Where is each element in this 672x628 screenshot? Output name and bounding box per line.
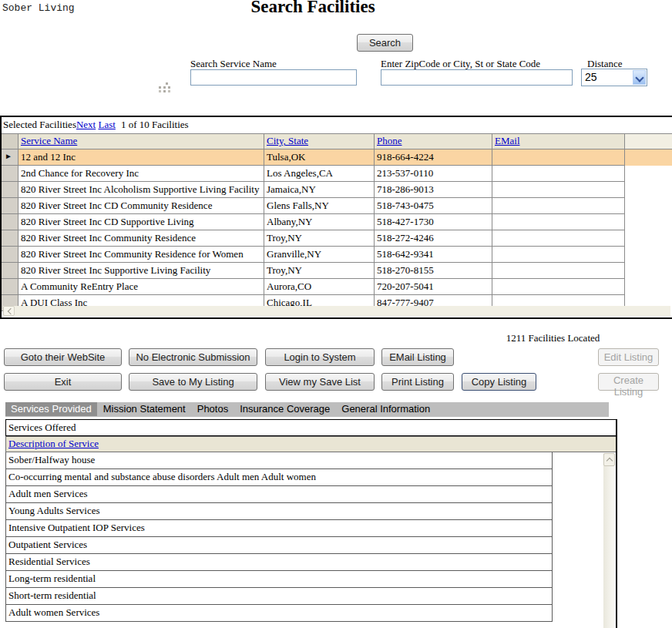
table-row[interactable]: 820 River Street Inc Supportive Living F… xyxy=(2,263,672,279)
cell-email xyxy=(492,149,625,166)
column-sort-link[interactable]: Phone xyxy=(377,135,402,146)
tab-photos[interactable]: Photos xyxy=(192,402,234,416)
tab-mission-statement[interactable]: Mission Statement xyxy=(98,402,191,416)
cell-email xyxy=(492,230,625,247)
grid-caption: Selected FacilitiesNext Last1 of 10 Faci… xyxy=(2,117,672,133)
cell-email xyxy=(492,182,625,198)
copy-listing-button[interactable]: Copy Listing xyxy=(462,373,536,391)
zipcode-input[interactable] xyxy=(381,69,573,86)
cell-filler xyxy=(625,230,672,247)
dropdown-button[interactable] xyxy=(633,70,646,85)
row-selector[interactable] xyxy=(2,166,18,182)
column-header-filler xyxy=(625,134,672,149)
list-item[interactable]: Co-occurring mental and substance abuse … xyxy=(5,469,553,486)
list-item[interactable]: Intensive Outpatient IOP Services xyxy=(5,520,553,537)
row-selector[interactable] xyxy=(2,198,18,214)
tab-general-information[interactable]: General Information xyxy=(336,402,435,416)
cell-city-state: Aurora,CO xyxy=(264,279,375,295)
list-item[interactable]: Adult women Services xyxy=(5,605,553,622)
column-sort-link[interactable]: City, State xyxy=(267,135,308,146)
cell-email xyxy=(492,263,625,279)
facilities-header-row: Service NameCity, StatePhoneEMail xyxy=(2,133,672,149)
cell-phone: 518-272-4246 xyxy=(375,230,492,247)
create-listing-button: Create Listing xyxy=(598,373,659,391)
cell-city-state: Troy,NY xyxy=(264,230,375,247)
cell-filler xyxy=(625,198,672,214)
scroll-up-button[interactable] xyxy=(603,453,615,466)
tab-services-provided[interactable]: Services Provided xyxy=(5,402,97,416)
email-listing-button[interactable]: EMail Listing xyxy=(381,348,454,366)
cell-city-state: Los Angeles,CA xyxy=(264,166,375,182)
cell-service-name: 820 River Street Inc Community Residence xyxy=(18,230,264,247)
table-row[interactable]: A Community ReEntry PlaceAurora,CO720-20… xyxy=(2,279,672,295)
table-row[interactable]: 820 River Street Inc Community Residence… xyxy=(2,230,672,247)
print-listing-button[interactable]: Print Listing xyxy=(381,373,454,391)
list-item[interactable]: Sober/Halfway house xyxy=(5,452,553,469)
distance-selected-value: 25 xyxy=(585,71,597,83)
record-position: 1 of 10 Facilities xyxy=(121,119,189,130)
goto-their-website-button[interactable]: Goto their WebSite xyxy=(4,348,122,366)
cell-filler xyxy=(625,279,672,295)
list-item[interactable]: Short-term residential xyxy=(5,588,553,605)
column-sort-link[interactable]: Service Name xyxy=(21,135,77,146)
table-row[interactable]: 820 River Street Inc CD Supportive Livin… xyxy=(2,214,672,230)
table-row[interactable]: ►12 and 12 IncTulsa,OK918-664-4224 xyxy=(2,149,672,166)
table-row[interactable]: 820 River Street Inc CD Community Reside… xyxy=(2,198,672,214)
column-header-phone: Phone xyxy=(375,134,492,149)
column-header-city-state: City, State xyxy=(264,134,375,149)
cell-phone: 518-642-9341 xyxy=(375,247,492,263)
cell-phone: 518-270-8155 xyxy=(375,263,492,279)
cell-filler xyxy=(625,263,672,279)
next-link[interactable]: Next xyxy=(76,119,96,130)
no-electronic-submission-button[interactable]: No Electronic Submission xyxy=(129,348,257,366)
scroll-left-button[interactable] xyxy=(3,306,15,316)
service-name-label: Search Service Name xyxy=(190,58,277,70)
exit-button[interactable]: Exit xyxy=(4,373,122,391)
service-name-input[interactable] xyxy=(190,69,357,86)
column-header-service-name: Service Name xyxy=(18,134,264,149)
last-link[interactable]: Last xyxy=(98,119,115,130)
row-selector[interactable] xyxy=(2,230,18,247)
horizontal-scrollbar[interactable] xyxy=(3,306,670,316)
caption-text: Selected Facilities xyxy=(3,119,76,130)
services-panel-title: Services Offered xyxy=(5,419,617,436)
drag-grip-icon[interactable] xyxy=(159,86,161,89)
cell-city-state: Troy,NY xyxy=(264,263,375,279)
vertical-scrollbar[interactable] xyxy=(603,453,615,628)
zipcode-label: Enter ZipCode or City, St or State Code xyxy=(381,58,540,70)
row-selector[interactable] xyxy=(2,279,18,295)
row-selector[interactable]: ► xyxy=(2,149,18,166)
cell-service-name: A Community ReEntry Place xyxy=(18,279,264,295)
search-button[interactable]: Search xyxy=(357,34,413,52)
cell-filler xyxy=(625,214,672,230)
list-item[interactable]: Young Adults Services xyxy=(5,503,553,520)
row-selector[interactable] xyxy=(2,214,18,230)
table-row[interactable]: 2nd Chance for Recovery IncLos Angeles,C… xyxy=(2,166,672,182)
chevron-left-icon xyxy=(8,308,14,314)
cell-email xyxy=(492,247,625,263)
row-selector[interactable] xyxy=(2,247,18,263)
cell-phone: 518-743-0475 xyxy=(375,198,492,214)
cell-phone: 213-537-0110 xyxy=(375,166,492,182)
save-to-my-listing-button[interactable]: Save to My Listing xyxy=(129,373,257,391)
services-column-header: Description of Service xyxy=(5,436,553,452)
table-row[interactable]: 820 River Street Inc Community Residence… xyxy=(2,247,672,263)
cell-phone: 718-286-9013 xyxy=(375,182,492,198)
services-panel-border xyxy=(616,419,617,628)
column-sort-link[interactable]: EMail xyxy=(495,135,520,146)
row-selector[interactable] xyxy=(2,263,18,279)
chevron-up-icon xyxy=(606,458,613,464)
detail-tabs: Services ProvidedMission StatementPhotos… xyxy=(5,402,609,417)
list-item[interactable]: Outpatient Services xyxy=(5,537,553,554)
tab-insurance-coverage[interactable]: Insurance Coverage xyxy=(234,402,335,416)
list-item[interactable]: Residential Services xyxy=(5,554,553,571)
login-to-system-button[interactable]: Login to System xyxy=(265,348,375,366)
description-of-service-link[interactable]: Description of Service xyxy=(8,438,99,449)
row-selector[interactable] xyxy=(2,182,18,198)
view-my-save-list-button[interactable]: View my Save List xyxy=(265,373,375,391)
list-item[interactable]: Adult men Services xyxy=(5,486,553,503)
cell-service-name: 820 River Street Inc Alcoholism Supporti… xyxy=(18,182,264,198)
distance-select[interactable]: 25 xyxy=(581,69,647,86)
table-row[interactable]: 820 River Street Inc Alcoholism Supporti… xyxy=(2,182,672,198)
list-item[interactable]: Long-term residential xyxy=(5,571,553,588)
